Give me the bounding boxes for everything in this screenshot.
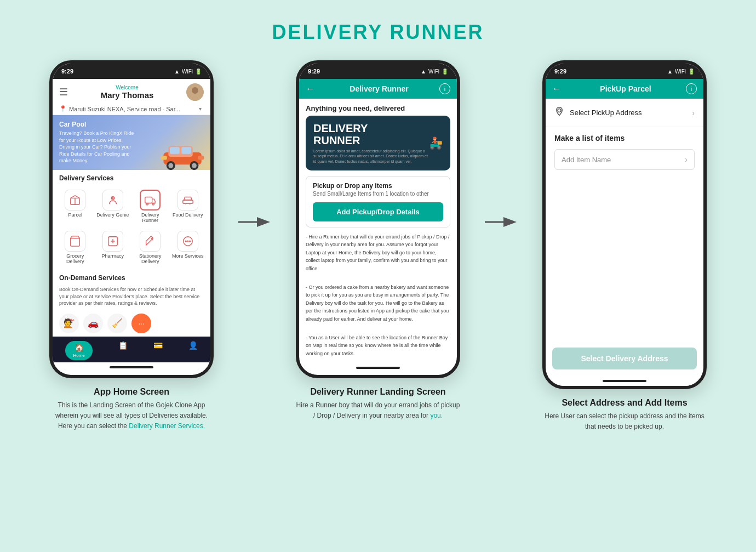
- svg-rect-12: [198, 156, 204, 160]
- screen3-col: 9:29 ▲ WiFi 🔋 ← PickUp Parcel i: [526, 60, 723, 432]
- screen2-header: ← Delivery Runner i: [299, 79, 457, 99]
- phone-frame-1: 9:29 ▲ WiFi 🔋 ☰ Welcome Mary Thomas: [49, 60, 214, 378]
- select-delivery-address-btn[interactable]: Select Delivery Address: [552, 348, 697, 369]
- home-bar-line-2: [356, 367, 400, 369]
- delivery-genie-icon: [107, 194, 119, 206]
- rider-image: [428, 121, 443, 165]
- status-icons-2: ▲ WiFi 🔋: [421, 69, 448, 75]
- service-grocery[interactable]: Grocery Delivery: [57, 227, 94, 268]
- arrow-2: [477, 60, 526, 230]
- s2-banner-line2: RUNNER: [313, 134, 428, 146]
- carpool-title: Car Pool: [59, 121, 204, 128]
- page-title: DELIVERY RUNNER: [0, 0, 756, 60]
- location-bar[interactable]: 📍 Maruti Suzuki NEXA, Service road - Sar…: [53, 103, 210, 115]
- s2-desc2: - Or you ordered a cake from a nearby ba…: [299, 278, 457, 328]
- back-icon-2[interactable]: ←: [306, 84, 314, 94]
- info-icon-2[interactable]: i: [439, 83, 450, 94]
- info-icon-3[interactable]: i: [686, 83, 697, 94]
- car-image: [161, 140, 205, 170]
- svg-point-18: [146, 203, 148, 205]
- phone-frame-2: 9:29 ▲ WiFi 🔋 ← Delivery Runner i: [296, 60, 460, 378]
- s1-welcome: Welcome Mary Thomas: [101, 84, 154, 100]
- s2-banner-small: Lorem ipsum dolor sit amet, consectetur …: [313, 149, 428, 163]
- home-nav-label: Home: [73, 353, 84, 358]
- svg-point-16: [112, 197, 113, 198]
- add-item-row[interactable]: Add Item Name ›: [554, 149, 695, 170]
- location-chevron-icon: ▾: [199, 106, 202, 112]
- ondemand-icon-2: 🚗: [83, 314, 103, 333]
- add-item-chevron-icon: ›: [685, 155, 688, 164]
- nav-home[interactable]: 🏠 Home: [65, 341, 92, 360]
- arrow-icon-1: [238, 214, 271, 230]
- time-3: 9:29: [554, 68, 566, 75]
- food-delivery-label: Food Delivery: [173, 212, 203, 218]
- screen1-content: ☰ Welcome Mary Thomas: [53, 79, 210, 337]
- status-icons-1: ▲ WiFi 🔋: [174, 69, 202, 75]
- pharmacy-label: Pharmacy: [101, 253, 124, 259]
- service-delivery-genie[interactable]: Delivery Genie: [95, 186, 131, 226]
- profile-nav-icon: 👤: [188, 341, 198, 350]
- food-delivery-icon: [182, 194, 194, 206]
- service-food-delivery[interactable]: Food Delivery: [170, 186, 207, 226]
- avatar: [186, 83, 204, 101]
- screen1-label-desc: This is the Landing Screen of the Gojek …: [49, 400, 214, 432]
- menu-icon[interactable]: ☰: [59, 86, 68, 98]
- screen1-label: App Home Screen This is the Landing Scre…: [49, 387, 214, 432]
- svg-point-27: [185, 241, 186, 242]
- nav-list[interactable]: 📋: [118, 341, 128, 360]
- service-pharmacy[interactable]: Pharmacy: [95, 227, 131, 268]
- location-pin-icon: 📍: [59, 105, 67, 112]
- service-parcel[interactable]: Parcel: [57, 186, 94, 226]
- grocery-icon-box: [65, 231, 85, 252]
- grocery-label: Grocery Delivery: [58, 253, 93, 264]
- pickup-address-label: Select PickUp Address: [570, 109, 692, 117]
- home-bar-line-1: [110, 366, 153, 368]
- nav-card[interactable]: 💳: [153, 341, 163, 360]
- time-1: 9:29: [61, 68, 73, 75]
- service-delivery-runner[interactable]: Delivery Runner: [132, 186, 169, 226]
- s2-desc3: - You as a User will be able to see the …: [299, 328, 457, 363]
- svg-rect-42: [433, 140, 436, 144]
- svg-point-19: [152, 203, 154, 205]
- svg-line-44: [436, 141, 437, 142]
- select-pickup-address-row[interactable]: Select PickUp Address ›: [546, 99, 703, 127]
- services-grid: Parcel Delivery Genie Deli: [53, 184, 210, 270]
- location-text: Maruti Suzuki NEXA, Service road - Sar..…: [69, 106, 197, 112]
- carpool-desc: Traveling? Book a Pro KingX Ride for you…: [59, 130, 139, 164]
- s2-pickup-sub: Send Small/Large Items from 1 location t…: [313, 191, 443, 197]
- back-icon-3[interactable]: ←: [552, 84, 561, 94]
- service-more[interactable]: More Services: [170, 227, 207, 268]
- food-delivery-icon-box: [177, 190, 198, 210]
- more-services-icon: [182, 235, 194, 247]
- ondemand-icon-1: 💇: [59, 314, 79, 333]
- nav-profile[interactable]: 👤: [188, 341, 198, 360]
- screen3-label-desc: Here User can select the pickup address …: [542, 411, 707, 432]
- add-pickup-drop-btn[interactable]: Add Pickup/Drop Details: [313, 202, 443, 221]
- svg-point-10: [192, 163, 197, 168]
- svg-rect-20: [183, 200, 193, 203]
- delivery-genie-icon-box: [102, 190, 123, 210]
- welcome-text: Welcome: [101, 84, 154, 90]
- svg-point-28: [187, 241, 188, 242]
- home-bar-3: [546, 376, 703, 386]
- s1-topbar: ☰ Welcome Mary Thomas: [53, 79, 210, 103]
- svg-point-41: [433, 136, 436, 139]
- phone-notch-2: 9:29 ▲ WiFi 🔋: [299, 64, 457, 79]
- ondemand-icon-3: 🧹: [107, 314, 127, 333]
- status-icons-3: ▲ WiFi 🔋: [667, 69, 695, 75]
- s2-banner: DELIVERY RUNNER Lorem ipsum dolor sit am…: [306, 116, 450, 170]
- s3-spacer: [546, 173, 703, 348]
- home-nav-icon: 🏠: [75, 343, 84, 352]
- screen3-header: ← PickUp Parcel i: [546, 79, 703, 99]
- phone-notch-1: 9:29 ▲ WiFi 🔋: [53, 64, 210, 79]
- s2-desc1: - Hire a Runner boy that will do your er…: [299, 227, 457, 278]
- ondemand-icon-4: ···: [131, 314, 151, 333]
- pin-icon: [554, 106, 564, 119]
- service-stationery[interactable]: Stationery Delivery: [132, 227, 169, 268]
- svg-rect-11: [161, 156, 167, 160]
- arrow-icon-2: [485, 214, 518, 230]
- home-bar-2: [299, 363, 457, 373]
- ondemand-desc: Book On-Demand Services for now or Sched…: [53, 284, 210, 310]
- screen1-col: 9:29 ▲ WiFi 🔋 ☰ Welcome Mary Thomas: [33, 60, 230, 432]
- phone-notch-3: 9:29 ▲ WiFi 🔋: [546, 64, 703, 79]
